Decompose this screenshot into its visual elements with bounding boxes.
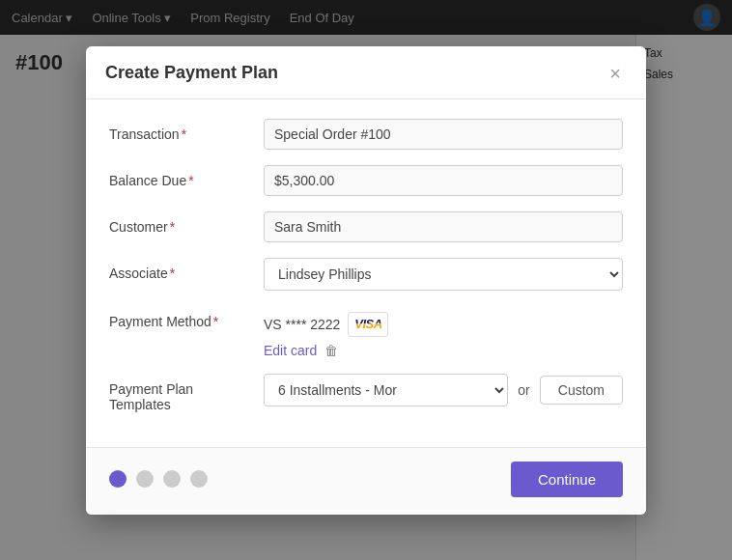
- modal-backdrop: Create Payment Plan × Transaction* Balan…: [0, 0, 732, 560]
- edit-card-link[interactable]: Edit card: [264, 343, 317, 358]
- balance-due-input[interactable]: [264, 165, 623, 196]
- continue-button[interactable]: Continue: [511, 462, 623, 497]
- step-dot-3: [163, 470, 181, 488]
- customer-input-wrap: [264, 211, 623, 242]
- balance-due-label: Balance Due*: [109, 165, 264, 188]
- associate-select-wrap: Lindsey Phillips: [264, 258, 623, 291]
- customer-label: Customer*: [109, 211, 264, 235]
- modal-close-button[interactable]: ×: [604, 62, 627, 85]
- balance-due-input-wrap: [264, 165, 623, 196]
- edit-card-row: Edit card 🗑: [264, 343, 623, 358]
- modal-footer: Continue: [86, 447, 646, 515]
- customer-input[interactable]: [264, 211, 623, 242]
- visa-icon: VISA: [354, 317, 381, 331]
- payment-method-label: Payment Method*: [109, 306, 264, 329]
- transaction-label: Transaction*: [109, 119, 264, 142]
- associate-row: Associate* Lindsey Phillips: [109, 258, 623, 291]
- trash-icon[interactable]: 🗑: [324, 343, 338, 358]
- transaction-row: Transaction*: [109, 119, 623, 150]
- card-number-text: VS **** 2222: [264, 317, 340, 332]
- step-dot-2: [136, 470, 154, 488]
- modal-title: Create Payment Plan: [105, 63, 278, 83]
- modal-body: Transaction* Balance Due* Customer*: [86, 99, 646, 447]
- step-dot-4: [190, 470, 208, 488]
- payment-plan-templates-row: Payment Plan Templates 6 Installments - …: [109, 374, 623, 412]
- or-text: or: [518, 382, 529, 398]
- custom-button[interactable]: Custom: [540, 376, 623, 405]
- visa-badge: VISA: [348, 312, 388, 337]
- template-select[interactable]: 6 Installments - Mor: [264, 374, 508, 406]
- payment-method-info: VS **** 2222 VISA: [264, 306, 623, 337]
- payment-method-info-wrap: VS **** 2222 VISA Edit card 🗑: [264, 306, 623, 358]
- associate-select[interactable]: Lindsey Phillips: [264, 258, 623, 291]
- payment-method-row: Payment Method* VS **** 2222 VISA Edit c…: [109, 306, 623, 358]
- transaction-input-wrap: [264, 119, 623, 150]
- step-dots: [109, 470, 208, 488]
- payment-plan-controls: 6 Installments - Mor or Custom: [264, 374, 623, 406]
- template-row: 6 Installments - Mor or Custom: [264, 374, 623, 406]
- balance-due-row: Balance Due*: [109, 165, 623, 196]
- step-dot-1: [109, 470, 127, 488]
- modal-header: Create Payment Plan ×: [86, 46, 646, 99]
- transaction-input[interactable]: [264, 119, 623, 150]
- associate-label: Associate*: [109, 258, 264, 281]
- customer-row: Customer*: [109, 211, 623, 242]
- payment-plan-label: Payment Plan Templates: [109, 374, 264, 412]
- create-payment-plan-modal: Create Payment Plan × Transaction* Balan…: [86, 46, 646, 515]
